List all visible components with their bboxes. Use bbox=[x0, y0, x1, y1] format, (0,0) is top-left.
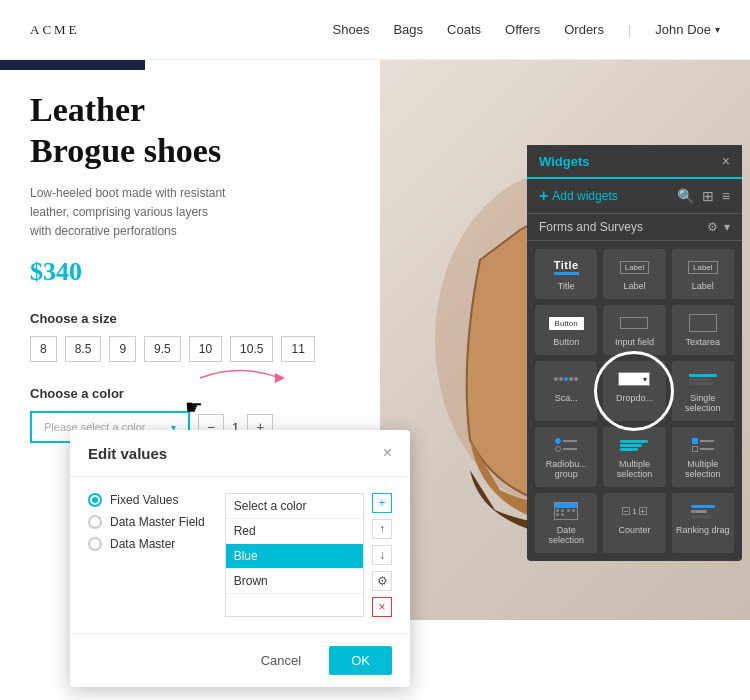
multiple-selection-widget[interactable]: Multiple selection bbox=[603, 427, 665, 487]
size-8[interactable]: 8 bbox=[30, 336, 57, 362]
nav-bags[interactable]: Bags bbox=[393, 22, 423, 37]
widget-grid: Title Title Label Label Label Label bbox=[527, 241, 742, 561]
values-row: Select a color Red Blue Brown bbox=[225, 493, 392, 617]
scale-widget-label: Sca... bbox=[555, 393, 578, 403]
label-widget-icon: Label bbox=[618, 257, 650, 277]
value-red[interactable]: Red bbox=[226, 519, 363, 544]
counter-widget[interactable]: − 1 + Counter bbox=[603, 493, 665, 553]
title-widget-label: Title bbox=[558, 281, 575, 291]
nav-username: John Doe bbox=[655, 22, 711, 37]
dropdown-widget[interactable]: ▾ Dropdo... bbox=[603, 361, 665, 421]
grid-icon[interactable]: ⊞ bbox=[702, 188, 714, 204]
value-brown[interactable]: Brown bbox=[226, 569, 363, 594]
add-widgets-button[interactable]: + Add widgets bbox=[539, 187, 618, 205]
expand-icon[interactable]: ▾ bbox=[724, 220, 730, 234]
values-controls: + ↑ ↓ ⚙ × bbox=[372, 493, 392, 617]
ranking-drag-widget[interactable]: Ranking drag bbox=[672, 493, 734, 553]
move-up-button[interactable]: ↑ bbox=[372, 519, 392, 539]
edit-dialog-title: Edit values bbox=[88, 445, 167, 462]
textarea-widget-label: Textarea bbox=[686, 337, 721, 347]
data-master-field-option[interactable]: Data Master Field bbox=[88, 515, 205, 529]
multiple-selection-widget-label: Multiple selection bbox=[607, 459, 661, 479]
nav-links: Shoes Bags Coats Offers Orders | John Do… bbox=[333, 22, 720, 37]
input-field-widget-label: Input field bbox=[615, 337, 654, 347]
product-title: Leather Brogue shoes bbox=[30, 90, 380, 172]
data-master-option[interactable]: Data Master bbox=[88, 537, 205, 551]
delete-value-button[interactable]: × bbox=[372, 597, 392, 617]
label-widget-label: Label bbox=[623, 281, 645, 291]
settings-icon[interactable]: ⚙ bbox=[707, 220, 718, 234]
fixed-values-radio bbox=[88, 493, 102, 507]
title-widget-icon: Title bbox=[550, 257, 582, 277]
date-selection-widget-icon bbox=[550, 501, 582, 521]
edit-dialog-content: Fixed Values Data Master Field Data Mast… bbox=[88, 493, 392, 617]
size-9[interactable]: 9 bbox=[109, 336, 136, 362]
multiple-selection-widget-icon bbox=[618, 435, 650, 455]
value-blue[interactable]: Blue bbox=[226, 544, 363, 569]
size-label: Choose a size bbox=[30, 311, 380, 326]
edit-dialog-body: Fixed Values Data Master Field Data Mast… bbox=[70, 477, 410, 633]
label2-widget-icon: Label bbox=[687, 257, 719, 277]
scale-widget[interactable]: Sca... bbox=[535, 361, 597, 421]
radiobutton-widget[interactable]: Radiobu... group bbox=[535, 427, 597, 487]
edit-values-dialog: Edit values × Fixed Values Data Master F… bbox=[70, 430, 410, 687]
date-selection-widget[interactable]: Date selection bbox=[535, 493, 597, 553]
data-master-field-label: Data Master Field bbox=[110, 515, 205, 529]
nav-offers[interactable]: Offers bbox=[505, 22, 540, 37]
nav-orders[interactable]: Orders bbox=[564, 22, 604, 37]
title-widget[interactable]: Title Title bbox=[535, 249, 597, 299]
ranking-drag-widget-label: Ranking drag bbox=[676, 525, 730, 535]
multiple-selection2-widget-icon bbox=[687, 435, 719, 455]
dropdown-highlight-circle bbox=[594, 351, 674, 431]
radiobutton-widget-label: Radiobu... group bbox=[539, 459, 593, 479]
main-page: ACME Shoes Bags Coats Offers Orders | Jo… bbox=[0, 0, 750, 700]
add-value-button[interactable]: + bbox=[372, 493, 392, 513]
menu-icon[interactable]: ≡ bbox=[722, 188, 730, 204]
cancel-button[interactable]: Cancel bbox=[243, 646, 319, 675]
edit-dialog-footer: Cancel OK bbox=[70, 633, 410, 687]
add-widgets-label: Add widgets bbox=[552, 189, 617, 203]
size-options: 8 8.5 9 9.5 10 10.5 11 bbox=[30, 336, 380, 362]
size-9-5[interactable]: 9.5 bbox=[144, 336, 181, 362]
nav-coats[interactable]: Coats bbox=[447, 22, 481, 37]
forms-surveys-controls: ⚙ ▾ bbox=[707, 220, 730, 234]
label2-widget[interactable]: Label Label bbox=[672, 249, 734, 299]
button-widget-label: Button bbox=[553, 337, 579, 347]
textarea-widget[interactable]: Textarea bbox=[672, 305, 734, 355]
button-widget[interactable]: Button Button bbox=[535, 305, 597, 355]
edit-dialog-close-button[interactable]: × bbox=[383, 444, 392, 462]
size-10-5[interactable]: 10.5 bbox=[230, 336, 273, 362]
size-8-5[interactable]: 8.5 bbox=[65, 336, 102, 362]
edit-dialog-header: Edit values × bbox=[70, 430, 410, 477]
nav-logo: ACME bbox=[30, 22, 80, 38]
chevron-down-icon: ▾ bbox=[715, 24, 720, 35]
ranking-drag-widget-icon bbox=[687, 501, 719, 521]
search-icon[interactable]: 🔍 bbox=[677, 188, 694, 204]
ok-button[interactable]: OK bbox=[329, 646, 392, 675]
product-price: $340 bbox=[30, 257, 380, 287]
label-widget[interactable]: Label Label bbox=[603, 249, 665, 299]
single-selection-widget[interactable]: Single selection bbox=[672, 361, 734, 421]
product-section: Leather Brogue shoes Low-heeled boot mad… bbox=[30, 60, 380, 455]
move-down-button[interactable]: ↓ bbox=[372, 545, 392, 565]
nav-shoes[interactable]: Shoes bbox=[333, 22, 370, 37]
widget-panel-close-button[interactable]: × bbox=[722, 153, 730, 169]
multiple-selection2-widget-label: Multiple selection bbox=[676, 459, 730, 479]
widget-panel-title: Widgets bbox=[539, 154, 589, 169]
forms-surveys-label: Forms and Surveys bbox=[539, 220, 643, 234]
widget-panel-toolbar: + Add widgets 🔍 ⊞ ≡ bbox=[527, 179, 742, 214]
data-master-label: Data Master bbox=[110, 537, 175, 551]
settings-value-button[interactable]: ⚙ bbox=[372, 571, 392, 591]
widget-toolbar-icons: 🔍 ⊞ ≡ bbox=[677, 188, 730, 204]
fixed-values-option[interactable]: Fixed Values bbox=[88, 493, 205, 507]
input-field-widget[interactable]: Input field bbox=[603, 305, 665, 355]
nav-user[interactable]: John Doe ▾ bbox=[655, 22, 720, 37]
single-selection-widget-icon bbox=[687, 369, 719, 389]
counter-widget-label: Counter bbox=[618, 525, 650, 535]
size-10[interactable]: 10 bbox=[189, 336, 222, 362]
value-select-color[interactable]: Select a color bbox=[226, 494, 363, 519]
multiple-selection2-widget[interactable]: Multiple selection bbox=[672, 427, 734, 487]
size-11[interactable]: 11 bbox=[281, 336, 314, 362]
data-master-field-radio bbox=[88, 515, 102, 529]
widget-panel: Widgets × + Add widgets 🔍 ⊞ ≡ Forms and … bbox=[527, 145, 742, 561]
